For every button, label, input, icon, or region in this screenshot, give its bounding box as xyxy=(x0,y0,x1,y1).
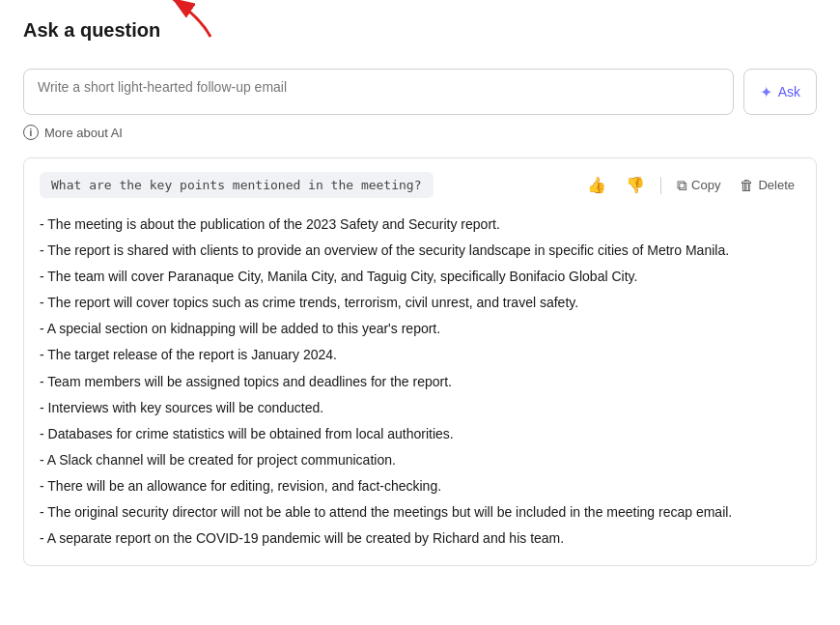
answer-item: Interviews with key sources will be cond… xyxy=(40,395,800,421)
answer-item: The original security director will not … xyxy=(40,499,800,526)
answer-item: The target release of the report is Janu… xyxy=(40,342,800,368)
question-input[interactable] xyxy=(23,69,734,115)
answer-item: The meeting is about the publication of … xyxy=(40,212,800,238)
thumbs-up-icon: 👍 xyxy=(587,176,606,194)
delete-label: Delete xyxy=(758,178,795,192)
copy-button[interactable]: ⧉ Copy xyxy=(671,173,726,198)
action-divider xyxy=(660,177,661,194)
answer-list: The meeting is about the publication of … xyxy=(40,212,800,552)
ask-sparkle-icon: ✦ xyxy=(760,83,772,101)
copy-icon: ⧉ xyxy=(677,177,687,194)
thumbs-up-button[interactable]: 👍 xyxy=(581,172,612,198)
answer-item: Team members will be assigned topics and… xyxy=(40,369,800,395)
delete-button[interactable]: 🗑 Delete xyxy=(734,173,800,197)
delete-icon: 🗑 xyxy=(740,177,754,193)
answer-item: A special section on kidnapping will be … xyxy=(40,316,800,342)
answer-item: Databases for crime statistics will be o… xyxy=(40,421,800,447)
answer-item: The report is shared with clients to pro… xyxy=(40,238,800,264)
question-input-row: ✦ Ask xyxy=(23,69,817,115)
qa-header: What are the key points mentioned in the… xyxy=(40,172,800,198)
thumbs-down-icon: 👎 xyxy=(626,176,645,194)
more-about-ai-label: More about AI xyxy=(44,126,123,140)
page-title: Ask a question xyxy=(23,19,160,42)
red-arrow-indicator xyxy=(160,0,218,39)
answer-item: The team will cover Paranaque City, Mani… xyxy=(40,264,800,290)
ask-button[interactable]: ✦ Ask xyxy=(743,69,817,115)
qa-block: What are the key points mentioned in the… xyxy=(23,157,817,566)
answer-item: The report will cover topics such as cri… xyxy=(40,290,800,316)
info-icon: i xyxy=(23,125,39,140)
more-about-ai-link[interactable]: i More about AI xyxy=(23,125,817,140)
answer-item: A Slack channel will be created for proj… xyxy=(40,447,800,473)
qa-action-buttons: 👍 👎 ⧉ Copy 🗑 Delete xyxy=(581,172,800,198)
ask-button-label: Ask xyxy=(778,84,800,99)
answer-item: There will be an allowance for editing, … xyxy=(40,473,800,499)
qa-question-text: What are the key points mentioned in the… xyxy=(40,172,434,198)
thumbs-down-button[interactable]: 👎 xyxy=(620,172,651,198)
answer-item: A separate report on the COVID-19 pandem… xyxy=(40,526,800,552)
copy-label: Copy xyxy=(691,178,720,192)
